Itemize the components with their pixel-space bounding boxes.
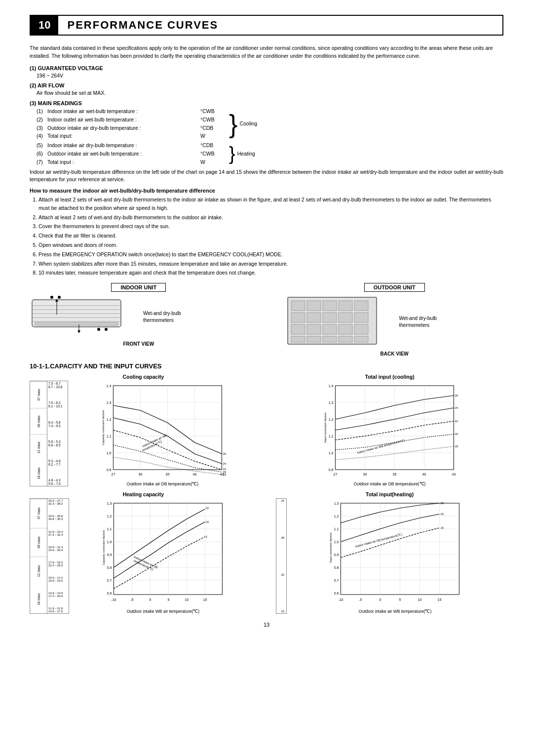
svg-rect-35 xyxy=(354,336,368,342)
svg-text:35: 35 xyxy=(166,473,170,476)
svg-rect-31 xyxy=(291,336,305,342)
reading-row-6: (6) Outdoor intake air wet-bulb temperat… xyxy=(37,150,225,158)
svg-text:26: 26 xyxy=(223,452,226,455)
svg-text:26: 26 xyxy=(441,502,444,505)
svg-rect-21 xyxy=(291,313,305,322)
total-input-cooling-svg: 1.4 1.3 1.2 1.1 1.0 0.9 27 30 35 40 43 xyxy=(276,381,503,479)
svg-text:0.7: 0.7 xyxy=(334,579,339,582)
svg-text:1.1: 1.1 xyxy=(107,435,112,438)
reading-row-4: (4) Total input: W xyxy=(37,132,225,140)
svg-rect-17 xyxy=(307,301,321,311)
svg-text:1.0: 1.0 xyxy=(334,540,339,544)
svg-text:Capacity correction factors: Capacity correction factors xyxy=(102,530,105,565)
svg-text:-10: -10 xyxy=(111,598,116,601)
svg-text:1.4: 1.4 xyxy=(329,384,334,388)
svg-text:43: 43 xyxy=(452,473,456,476)
reading-row-7: (7) Total input : W xyxy=(37,158,225,166)
indoor-unit-diagram: Wet-and dry-bulbthermometers xyxy=(30,295,248,339)
how-to-title: How to measure the indoor air wet-bulb/d… xyxy=(30,188,503,194)
page-header: 10 PERFORMANCE CURVES xyxy=(30,15,503,36)
note-text: Indoor air wet/dry-bulb temperature diff… xyxy=(30,168,503,184)
svg-text:-5: -5 xyxy=(130,598,133,601)
list-item: Cover the thermometers to prevent direct… xyxy=(38,222,503,231)
guaranteed-voltage-value: 198 ~ 264V xyxy=(37,72,503,80)
svg-text:-5: -5 xyxy=(359,598,362,601)
svg-text:Capacity correction factors: Capacity correction factors xyxy=(102,410,105,445)
page-number-bottom: 13 xyxy=(30,622,503,628)
list-item: Attach at least 2 sets of wet-and dry-bu… xyxy=(38,196,503,212)
svg-text:10: 10 xyxy=(185,598,189,601)
outdoor-unit-label: OUTDOOR UNIT xyxy=(364,283,425,292)
svg-rect-24 xyxy=(339,313,352,322)
heating-capacity-title: Heating capacity xyxy=(30,491,257,497)
svg-text:35: 35 xyxy=(393,473,397,476)
svg-text:15: 15 xyxy=(438,598,442,601)
svg-text:1.3: 1.3 xyxy=(329,401,334,404)
class-label-h-12: 12 class xyxy=(30,557,47,585)
svg-text:0: 0 xyxy=(149,598,151,601)
left-axis-values-heating-input: 15 28 20 15 xyxy=(276,498,287,614)
svg-text:1.0: 1.0 xyxy=(107,451,112,455)
svg-rect-20 xyxy=(354,301,368,311)
svg-text:1.2: 1.2 xyxy=(334,515,339,518)
reading-row-3: (3) Outdoor intake air dry-bulb temperat… xyxy=(37,124,225,132)
svg-text:22: 22 xyxy=(455,420,458,423)
svg-text:20: 20 xyxy=(455,433,458,436)
cooling-capacity-svg: 1.4 1.3 1.2 1.1 1.0 0.9 27 30 35 40 43 xyxy=(68,381,257,479)
svg-text:27: 27 xyxy=(334,473,338,476)
svg-point-11 xyxy=(50,296,53,299)
svg-text:15: 15 xyxy=(205,507,209,510)
svg-rect-23 xyxy=(323,313,337,322)
unit-diagrams: INDOOR UNIT xyxy=(30,283,503,357)
class-label-09: 09 class xyxy=(30,408,47,434)
class-label-h-09: 09 class xyxy=(30,528,47,557)
svg-text:0.9: 0.9 xyxy=(107,553,112,557)
svg-text:10: 10 xyxy=(418,598,422,601)
svg-rect-22 xyxy=(307,313,321,322)
indoor-unit-svg xyxy=(30,295,138,339)
svg-text:1.3: 1.3 xyxy=(334,502,339,505)
svg-text:Input correction factors: Input correction factors xyxy=(330,533,333,563)
svg-text:20: 20 xyxy=(441,513,444,516)
heating-capacity-x-label: Outdoor intake WB air temperature(℃) xyxy=(69,609,257,614)
svg-text:15: 15 xyxy=(441,526,444,529)
air-flow-title: (2) AIR FLOW xyxy=(30,82,503,88)
how-to-list: Attach at least 2 sets of wet-and dry-bu… xyxy=(38,196,503,277)
heating-capacity-chart: Heating capacity 07 class 09 class 12 cl… xyxy=(30,491,257,614)
class-label-h-07: 07 class xyxy=(30,499,47,527)
left-axis-values-cooling: 7.5→6.7 8.7→10.8 7.0→6.2 8.1→10.1 6.4→5.… xyxy=(47,381,68,486)
total-input-cooling-chart: Total input (cooling) xyxy=(276,374,503,486)
svg-text:1.3: 1.3 xyxy=(107,401,112,404)
main-readings-table: (1) Indoor intake air wet-bulb temperatu… xyxy=(37,107,503,166)
reading-row-1: (1) Indoor intake air wet-bulb temperatu… xyxy=(37,107,225,116)
svg-text:1.0: 1.0 xyxy=(329,451,334,455)
reading-row-5: (5) Indoor intake air dry-bulb temperatu… xyxy=(37,141,225,150)
total-input-cooling-title: Total input (cooling) xyxy=(276,374,503,380)
indoor-thermometer-label: Wet-and dry-bulbthermometers xyxy=(143,310,181,324)
svg-rect-27 xyxy=(307,324,321,334)
total-input-cooling-x-label: Outdoor intake air DB temperature(℃) xyxy=(276,481,503,486)
svg-rect-26 xyxy=(291,324,305,334)
svg-rect-28 xyxy=(323,324,337,334)
svg-point-14 xyxy=(105,328,108,331)
svg-text:40: 40 xyxy=(422,473,426,476)
air-flow-value: Air flow should be set at MAX. xyxy=(37,89,503,97)
svg-point-13 xyxy=(97,328,100,331)
svg-text:18: 18 xyxy=(223,473,226,476)
svg-text:24: 24 xyxy=(223,462,226,465)
class-label-18: 18 class xyxy=(30,460,47,486)
svg-rect-29 xyxy=(339,324,352,334)
outdoor-unit-box: OUTDOOR UNIT xyxy=(285,283,503,357)
svg-rect-30 xyxy=(354,324,368,334)
svg-rect-33 xyxy=(323,336,337,342)
svg-text:0.9: 0.9 xyxy=(329,468,334,472)
svg-text:1.1: 1.1 xyxy=(107,527,112,531)
svg-text:0.6: 0.6 xyxy=(107,592,112,595)
svg-text:0: 0 xyxy=(380,598,381,601)
bottom-charts-row: Heating capacity 07 class 09 class 12 cl… xyxy=(30,491,503,614)
total-input-heating-x-label: Outdoor intake air WB temperature(℃) xyxy=(287,609,503,614)
svg-text:30: 30 xyxy=(363,473,367,476)
svg-text:0.9: 0.9 xyxy=(334,553,339,557)
total-input-heating-title: Total input(heating) xyxy=(276,491,503,497)
svg-rect-34 xyxy=(339,336,352,342)
